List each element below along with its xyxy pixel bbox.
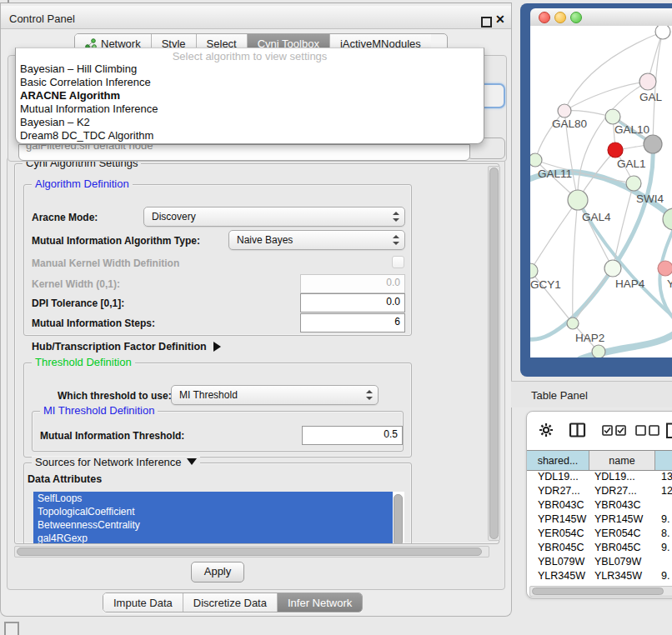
menu-item-dream8-dc-tdc[interactable]: Dream8 DC_TDC Algorithm bbox=[20, 129, 153, 142]
kernel-width-label: Kernel Width (0,1): bbox=[32, 278, 120, 290]
menu-item-aracne-algorithm[interactable]: ARACNE Algorithm bbox=[20, 89, 120, 102]
mi-threshold-field[interactable]: 0.5 bbox=[302, 426, 403, 445]
mi-threshold-legend: MI Threshold Definition bbox=[40, 405, 158, 417]
table-row[interactable]: YBL079WYBL079W bbox=[527, 555, 672, 569]
kernel-width-field[interactable]: 0.0 bbox=[300, 274, 405, 293]
network-node[interactable] bbox=[658, 261, 672, 276]
combo-arrows-icon bbox=[393, 211, 399, 222]
tab-infer-network[interactable]: Infer Network bbox=[278, 593, 362, 612]
node-label: GAL1 bbox=[617, 158, 646, 170]
manual-kernel-label: Manual Kernel Width Definition bbox=[32, 258, 179, 269]
table-row[interactable]: YPR145WYPR145W9. bbox=[527, 512, 672, 527]
mi-steps-field[interactable]: 6 bbox=[300, 313, 405, 332]
tab-impute-data[interactable]: Impute Data bbox=[103, 593, 183, 612]
menu-item-mutual-information-inference[interactable]: Mutual Information Inference bbox=[20, 102, 158, 115]
expand-right-icon[interactable] bbox=[213, 342, 221, 352]
column-header-sharedname[interactable]: shared... bbox=[527, 451, 589, 470]
mi-type-combo[interactable]: Naive Bayes bbox=[228, 230, 405, 250]
network-node[interactable] bbox=[639, 73, 656, 90]
network-node[interactable] bbox=[644, 135, 662, 153]
docked-panel-icon[interactable] bbox=[4, 622, 19, 635]
split-columns-icon[interactable] bbox=[569, 422, 587, 438]
tab-infer-network-label: Infer Network bbox=[288, 597, 352, 609]
application-window: Control Panel ✕ Network Style Select bbox=[0, 0, 672, 635]
node-label: HAP2 bbox=[575, 332, 604, 344]
node-label: GAL4 bbox=[582, 211, 611, 223]
table-panel-title: Table Panel bbox=[531, 389, 588, 402]
network-canvas[interactable]: GAL GAL80 GAL10 GAL1 GAL11 SWI4 GAL4 GCY… bbox=[530, 26, 672, 358]
tab-discretize-data-label: Discretize Data bbox=[193, 597, 267, 609]
close-icon[interactable]: ✕ bbox=[495, 12, 505, 26]
manual-kernel-checkbox[interactable] bbox=[392, 256, 404, 268]
aracne-mode-value: Discovery bbox=[152, 211, 196, 222]
network-node[interactable] bbox=[530, 263, 538, 278]
list-item-gal4rgexp[interactable]: gal4RGexp bbox=[33, 532, 393, 544]
network-graph: GAL GAL80 GAL10 GAL1 GAL11 SWI4 GAL4 GCY… bbox=[530, 26, 672, 358]
control-panel-titlebar: Control Panel ✕ bbox=[1, 6, 511, 29]
settings-horizontal-scrollbar[interactable] bbox=[14, 546, 489, 558]
combo-arrows-icon bbox=[366, 389, 372, 401]
collapse-down-icon[interactable] bbox=[187, 458, 197, 465]
table-row[interactable]: YLR345WYLR345W9. bbox=[527, 569, 672, 583]
column-header-clipped[interactable] bbox=[655, 451, 672, 470]
node-label: GAL80 bbox=[552, 118, 587, 130]
settings-vertical-scrollbar[interactable] bbox=[488, 166, 500, 541]
data-attributes-label: Data Attributes bbox=[28, 473, 102, 485]
network-combo-fragment-text: galFiltered.sif default node bbox=[26, 144, 153, 152]
table-row[interactable]: YIL052CYIL052C9 bbox=[527, 583, 672, 585]
network-node[interactable] bbox=[592, 345, 605, 358]
network-nodes-group bbox=[530, 26, 672, 358]
menu-item-bayesian-k2[interactable]: Bayesian – K2 bbox=[20, 116, 90, 128]
table-header-row: shared... name bbox=[527, 450, 672, 471]
network-node-selected[interactable] bbox=[608, 142, 623, 158]
table-row[interactable]: YDL19...YDL19...13 bbox=[527, 470, 672, 484]
tab-discretize-data[interactable]: Discretize Data bbox=[183, 593, 278, 612]
network-window-titlebar[interactable] bbox=[530, 8, 672, 27]
dpi-tolerance-field[interactable]: 0.0 bbox=[300, 293, 405, 312]
minimize-traffic-light[interactable] bbox=[554, 12, 566, 23]
sources-legend[interactable]: Sources for Network Inference bbox=[32, 457, 200, 468]
hub-definition-label: Hub/Transcription Factor Definition bbox=[32, 341, 207, 352]
table-body: YDL19...YDL19...13 YDR27...YDR27...12 YB… bbox=[527, 470, 672, 585]
menu-item-basic-correlation-inference[interactable]: Basic Correlation Inference bbox=[20, 76, 151, 88]
network-node[interactable] bbox=[530, 153, 542, 167]
gear-icon[interactable] bbox=[539, 422, 554, 438]
network-node[interactable] bbox=[604, 260, 621, 277]
table-row[interactable]: YER054CYER054C8. bbox=[527, 527, 672, 541]
close-traffic-light[interactable] bbox=[539, 12, 550, 23]
zoom-traffic-light[interactable] bbox=[570, 12, 582, 23]
mi-threshold-label: Mutual Information Threshold: bbox=[40, 430, 184, 442]
network-node[interactable] bbox=[655, 26, 670, 39]
network-node[interactable] bbox=[567, 318, 579, 329]
aracne-mode-combo[interactable]: Discovery bbox=[143, 207, 405, 227]
aracne-mode-label: Aracne Mode: bbox=[32, 212, 98, 223]
dropdown-hint: Select algorithm to view settings bbox=[16, 50, 484, 62]
network-node[interactable] bbox=[558, 104, 571, 118]
table-row[interactable]: YDR27...YDR27...12 bbox=[527, 484, 672, 498]
mi-type-label: Mutual Information Algorithm Type: bbox=[32, 235, 200, 247]
network-node[interactable] bbox=[605, 109, 620, 124]
node-label: GAL bbox=[639, 91, 663, 103]
menu-item-bayesian-hill-climbing[interactable]: Bayesian – Hill Climbing bbox=[20, 62, 137, 75]
apply-button[interactable]: Apply bbox=[191, 562, 244, 582]
float-panel-icon[interactable] bbox=[481, 17, 492, 28]
hub-definition-toggle[interactable]: Hub/Transcription Factor Definition bbox=[32, 341, 221, 352]
select-all-checkboxes-icon[interactable] bbox=[602, 425, 627, 436]
table-row[interactable]: YBR045CYBR045C9. bbox=[527, 541, 672, 555]
which-threshold-combo[interactable]: MI Threshold bbox=[171, 385, 379, 405]
column-header-name[interactable]: name bbox=[589, 451, 655, 470]
list-item-betweennesscentrality[interactable]: BetweennessCentrality bbox=[33, 518, 393, 532]
deselect-all-checkboxes-icon[interactable] bbox=[635, 425, 660, 436]
mi-type-value: Naive Bayes bbox=[237, 234, 293, 246]
document-icon[interactable] bbox=[665, 422, 672, 439]
list-item-selfloops[interactable]: SelfLoops bbox=[33, 492, 393, 505]
network-combo-fragment[interactable]: galFiltered.sif default node bbox=[18, 144, 470, 161]
network-node[interactable] bbox=[568, 190, 588, 210]
network-node[interactable] bbox=[626, 176, 641, 191]
mi-steps-label: Mutual Information Steps: bbox=[32, 318, 155, 329]
list-scrollbar[interactable] bbox=[394, 494, 403, 544]
table-row[interactable]: YBR043CYBR043C bbox=[527, 498, 672, 512]
table-horizontal-scrollbar[interactable] bbox=[529, 586, 672, 597]
list-item-topologicalcoefficient[interactable]: TopologicalCoefficient bbox=[33, 505, 393, 518]
which-threshold-label: Which threshold to use: bbox=[58, 390, 172, 402]
